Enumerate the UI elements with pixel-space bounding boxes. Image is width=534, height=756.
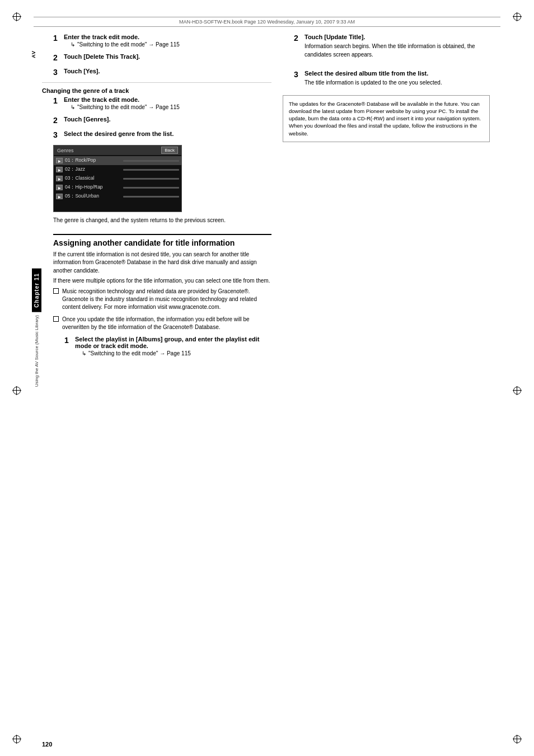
genre-step-1: 1 Enter the track edit mode. ↳ "Switchin…: [42, 96, 271, 110]
genre-item-1: ▶ 02：Jazz: [54, 165, 181, 174]
genre-list: ▶ 01：Rock/Pop ▶ 02：Jazz ▶ 03：Classical: [54, 155, 181, 202]
arrow-icon-2: ↳: [71, 104, 75, 110]
right-step-2-num: 2: [294, 34, 302, 43]
step-2-title: Touch [Delete This Track].: [64, 53, 271, 60]
step-1-sub: ↳ "Switching to the edit mode" → Page 11…: [71, 41, 271, 48]
page: MAN-HD3-SOFTW-EN.book Page 120 Wednesday…: [0, 0, 534, 756]
page-header: MAN-HD3-SOFTW-EN.book Page 120 Wednesday…: [34, 17, 500, 27]
genre-item-0-id: 01：Rock/Pop: [65, 157, 121, 164]
chapter-sub-label: Using the AV Source (Music Library): [34, 315, 39, 387]
bullet-box-1: [53, 288, 59, 294]
right-step-3-num: 3: [294, 70, 302, 79]
bullet-item-1: Music recognition technology and related…: [53, 288, 271, 311]
genre-back-button: Back: [161, 147, 178, 154]
genre-item-1-id: 02：Jazz: [65, 166, 121, 173]
crosshair-mid-right: [513, 386, 522, 395]
crosshair-mid-left: [12, 386, 21, 395]
right-step-3: 3 Select the desired album title from th…: [283, 70, 490, 90]
genre-step-2-title: Touch [Genres].: [64, 116, 271, 123]
genre-section-heading: Changing the genre of a track: [42, 87, 271, 94]
crosshair-bottom-left: [12, 735, 21, 744]
genre-after-text: The genre is changed, and the system ret…: [42, 217, 271, 225]
right-step-3-body: The title information is updated to the …: [305, 79, 490, 87]
step-3-num: 3: [53, 68, 62, 77]
genre-icon-4: ▶: [56, 194, 63, 199]
left-column: 1 Enter the track edit mode. ↳ "Switchin…: [42, 34, 271, 362]
genre-item-2-id: 03：Classical: [65, 175, 121, 182]
genre-step-1-sub: ↳ "Switching to the edit mode" → Page 11…: [71, 104, 271, 110]
genre-step-3: 3 Select the desired genre from the list…: [42, 130, 271, 139]
step-3-block: 3 Touch [Yes].: [42, 68, 271, 77]
genre-step-1-title: Enter the track edit mode.: [64, 96, 271, 103]
chapter-tab-label: Chapter 11: [32, 269, 41, 312]
step-3-title: Touch [Yes].: [64, 68, 271, 74]
bullet-box-2: [53, 316, 59, 322]
step-1-title: Enter the track edit mode.: [64, 34, 271, 40]
assigning-main-title: Assigning another candidate for title in…: [53, 234, 271, 247]
genre-icon-2: ▶: [56, 176, 63, 181]
bullet-item-2: Once you update the title information, t…: [53, 316, 271, 331]
right-step-2-body: Information search begins. When the titl…: [305, 43, 490, 59]
assigning-step-1: 1 Select the playlist in [Albums] group,…: [53, 336, 271, 356]
arrow-icon: ↳: [71, 41, 75, 48]
assigning-step-1-title: Select the playlist in [Albums] group, a…: [75, 336, 271, 349]
genre-screen-title: Genres: [57, 148, 74, 153]
crosshair-top-right: [513, 12, 522, 21]
crosshair-bottom-right: [513, 735, 522, 744]
genre-item-3-id: 04：Hip-Hop/Rap: [65, 184, 121, 191]
assigning-body-2: If there were multiple options for the t…: [53, 277, 271, 285]
step-1-block: 1 Enter the track edit mode. ↳ "Switchin…: [42, 34, 271, 48]
header-text: MAN-HD3-SOFTW-EN.book Page 120 Wednesday…: [179, 19, 355, 25]
arrow-icon-3: ↳: [82, 350, 86, 356]
assigning-step-1-sub-text: "Switching to the edit mode" → Page 115: [88, 350, 191, 356]
assigning-step-1-num: 1: [64, 336, 73, 345]
genre-screen-header: Genres Back: [54, 145, 181, 155]
genre-section: Changing the genre of a track 1 Enter th…: [42, 87, 271, 225]
genre-step-3-num: 3: [53, 130, 62, 139]
genre-item-0: ▶ 01：Rock/Pop: [54, 156, 181, 165]
av-label: AV: [31, 50, 36, 58]
genre-step-2: 2 Touch [Genres].: [42, 116, 271, 125]
right-step-3-title: Select the desired album title from the …: [305, 70, 490, 77]
info-box-text: The updates for the Gracenote® Database …: [289, 101, 481, 137]
content-area: 1 Enter the track edit mode. ↳ "Switchin…: [42, 34, 492, 722]
step-1-num: 1: [53, 34, 62, 43]
genre-step-2-num: 2: [53, 116, 62, 125]
assigning-step-1-sub: ↳ "Switching to the edit mode" → Page 11…: [82, 350, 271, 356]
assigning-section: Assigning another candidate for title in…: [42, 234, 271, 356]
assigning-body-1: If the current title information is not …: [53, 251, 271, 275]
info-box: The updates for the Gracenote® Database …: [283, 95, 490, 142]
step-2-num: 2: [53, 53, 62, 62]
step-2-block: 2 Touch [Delete This Track].: [42, 53, 271, 62]
genre-icon-1: ▶: [56, 167, 63, 172]
genre-step-1-sub-text: "Switching to the edit mode" → Page 115: [77, 104, 180, 110]
genre-icon-0: ▶: [56, 158, 63, 163]
bullet-text-1: Music recognition technology and related…: [62, 288, 271, 311]
genre-icon-3: ▶: [56, 185, 63, 190]
genre-item-4-id: 05：Soul/Urban: [65, 193, 121, 200]
genre-step-3-title: Select the desired genre from the list.: [64, 130, 271, 137]
right-step-2: 2 Touch [Update Title]. Information sear…: [283, 34, 490, 61]
right-step-2-title: Touch [Update Title].: [305, 34, 490, 40]
right-column: 2 Touch [Update Title]. Information sear…: [283, 34, 490, 142]
bullet-text-2: Once you update the title information, t…: [62, 316, 271, 331]
genre-screen: Genres Back ▶ 01：Rock/Pop ▶ 02：Jazz: [53, 145, 182, 212]
step-1-sub-text: "Switching to the edit mode" → Page 115: [77, 41, 180, 48]
genre-item-2: ▶ 03：Classical: [54, 174, 181, 183]
genre-item-4: ▶ 05：Soul/Urban: [54, 192, 181, 201]
chapter-sidebar: Chapter 11 Using the AV Source (Music Li…: [32, 269, 41, 387]
genre-item-3: ▶ 04：Hip-Hop/Rap: [54, 183, 181, 192]
page-number: 120: [42, 741, 52, 748]
genre-step-1-num: 1: [53, 96, 62, 105]
crosshair-top-left: [12, 12, 21, 21]
